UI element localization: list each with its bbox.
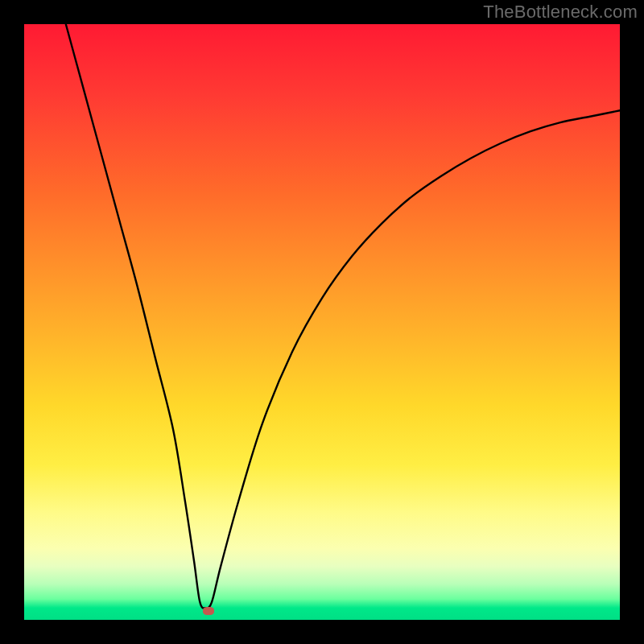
chart-frame: TheBottleneck.com [0, 0, 644, 644]
plot-area [24, 24, 620, 620]
watermark-text: TheBottleneck.com [483, 2, 638, 23]
minimum-marker [203, 607, 214, 615]
bottleneck-curve [24, 24, 620, 620]
